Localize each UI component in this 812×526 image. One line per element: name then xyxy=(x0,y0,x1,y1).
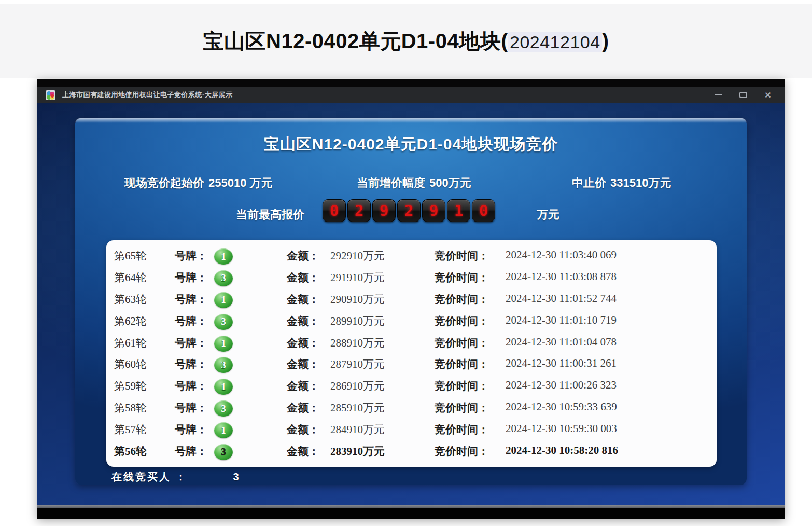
current-highest-bid-unit: 万元 xyxy=(537,207,559,223)
bidder-plate-badge: 3 xyxy=(214,444,233,460)
plate-label: 号牌： xyxy=(175,400,207,415)
time-label: 竞价时间： xyxy=(435,336,489,350)
time-value: 2024-12-30 11:01:52 744 xyxy=(506,292,617,305)
bidder-plate-badge: 3 xyxy=(214,357,233,373)
plate-label: 号牌： xyxy=(175,314,207,328)
page-header-band: 宝山区N12-0402单元D1-04地块(202412104) xyxy=(0,4,812,78)
digit-tile: 2 xyxy=(347,199,371,222)
increment-value: 500万元 xyxy=(429,176,471,189)
time-value: 2024-12-30 11:00:26 323 xyxy=(506,379,617,392)
bidder-plate-badge: 3 xyxy=(214,314,233,330)
bidder-plate-badge: 1 xyxy=(214,248,233,265)
close-button[interactable]: ✕ xyxy=(760,89,776,101)
page-title-suffix: ) xyxy=(602,30,609,52)
page-title-prefix: 宝山区N12-0402单元D1-04地块( xyxy=(203,30,508,52)
time-value: 2024-12-30 10:59:30 003 xyxy=(506,422,617,435)
time-label: 竞价时间： xyxy=(435,248,489,263)
amount-label: 金额： xyxy=(287,400,319,415)
time-label: 竞价时间： xyxy=(435,357,489,371)
auction-heading: 宝山区N12-0402单元D1-04地块现场竞价 xyxy=(75,134,747,155)
window-titlebar[interactable]: 上海市国有建设用地使用权出让电子竞价系统-大屏展示 ✕ xyxy=(37,87,785,103)
bid-round-row: 第63轮 号牌： 1 金额： 290910万元 竞价时间： 2024-12-30… xyxy=(106,292,717,308)
window-bottom-black-strip xyxy=(37,508,785,519)
minimize-button[interactable] xyxy=(710,89,726,101)
digit-tile: 0 xyxy=(472,199,495,222)
round-number: 第63轮 xyxy=(114,292,147,307)
bidder-plate-badge: 1 xyxy=(214,422,233,438)
stop-price-value: 331510万元 xyxy=(610,176,671,189)
bid-round-row: 第60轮 号牌： 3 金额： 287910万元 竞价时间： 2024-12-30… xyxy=(106,357,717,372)
round-number: 第58轮 xyxy=(114,400,147,415)
amount-value: 291910万元 xyxy=(330,270,385,285)
stop-price: 中止价331510万元 xyxy=(572,175,671,191)
plate-label: 号牌： xyxy=(175,248,207,263)
time-label: 竞价时间： xyxy=(435,292,489,307)
round-number: 第61轮 xyxy=(114,336,147,350)
amount-value: 290910万元 xyxy=(330,292,385,307)
start-price-value: 255010 万元 xyxy=(208,176,273,189)
plate-label: 号牌： xyxy=(175,379,207,393)
window-title: 上海市国有建设用地使用权出让电子竞价系统-大屏展示 xyxy=(62,90,233,100)
bidder-plate-badge: 1 xyxy=(214,292,233,308)
start-price-label: 现场竞价起始价 xyxy=(124,176,204,189)
amount-value: 292910万元 xyxy=(330,248,385,263)
bid-round-row: 第57轮 号牌： 1 金额： 284910万元 竞价时间： 2024-12-30… xyxy=(106,422,717,438)
round-number: 第64轮 xyxy=(114,270,147,285)
maximize-icon xyxy=(739,92,747,98)
bid-round-row: 第62轮 号牌： 3 金额： 289910万元 竞价时间： 2024-12-30… xyxy=(106,314,717,329)
stop-price-label: 中止价 xyxy=(572,176,606,189)
bidder-plate-badge: 1 xyxy=(214,379,233,395)
amount-label: 金额： xyxy=(287,248,319,263)
round-number: 第62轮 xyxy=(114,314,147,328)
window-top-strip xyxy=(37,79,785,87)
amount-value: 284910万元 xyxy=(330,422,385,437)
page: 宝山区N12-0402单元D1-04地块(202412104) 上海市国有建设用… xyxy=(0,0,812,526)
round-number: 第65轮 xyxy=(114,248,147,263)
bid-round-row: 第56轮 号牌： 3 金额： 283910万元 竞价时间： 2024-12-30… xyxy=(106,444,717,460)
digit-tile: 9 xyxy=(372,199,396,222)
bid-round-row: 第65轮 号牌： 1 金额： 292910万元 竞价时间： 2024-12-30… xyxy=(106,248,717,264)
amount-label: 金额： xyxy=(287,444,319,459)
plate-label: 号牌： xyxy=(175,444,207,459)
time-value: 2024-12-30 11:03:40 069 xyxy=(506,248,617,261)
increment: 当前增价幅度500万元 xyxy=(357,175,471,191)
current-highest-bid-display: 0 2 9 2 9 1 0 xyxy=(323,199,495,222)
amount-value: 285910万元 xyxy=(330,400,385,415)
amount-value: 287910万元 xyxy=(330,357,385,371)
amount-label: 金额： xyxy=(287,422,319,437)
close-icon: ✕ xyxy=(764,90,771,100)
time-label: 竞价时间： xyxy=(435,314,489,328)
bidder-plate-badge: 1 xyxy=(214,336,233,352)
time-label: 竞价时间： xyxy=(435,422,489,437)
digit-tile: 1 xyxy=(447,199,470,222)
bidder-plate-badge: 3 xyxy=(214,270,233,286)
time-value: 2024-12-30 11:00:31 261 xyxy=(506,357,617,370)
round-number: 第56轮 xyxy=(114,444,147,459)
amount-label: 金额： xyxy=(287,314,319,328)
plate-label: 号牌： xyxy=(175,270,207,285)
bidder-plate-badge: 3 xyxy=(214,400,233,417)
increment-label: 当前增价幅度 xyxy=(357,176,425,189)
maximize-button[interactable] xyxy=(735,89,751,101)
amount-label: 金额： xyxy=(287,292,319,307)
time-label: 竞价时间： xyxy=(435,379,489,393)
time-label: 竞价时间： xyxy=(435,270,489,285)
digit-tile: 9 xyxy=(422,199,445,222)
amount-value: 283910万元 xyxy=(330,444,385,459)
page-title-code: 202412104 xyxy=(508,32,602,52)
bid-round-row: 第59轮 号牌： 1 金额： 286910万元 竞价时间： 2024-12-30… xyxy=(106,379,717,394)
page-title: 宝山区N12-0402单元D1-04地块(202412104) xyxy=(203,27,609,56)
online-bidders-status: 在线竞买人 ：3 xyxy=(111,470,239,484)
time-value: 2024-12-30 11:01:10 719 xyxy=(506,314,617,327)
current-highest-bid-label: 当前最高报价 xyxy=(236,207,304,223)
amount-label: 金额： xyxy=(287,379,319,393)
bid-round-row: 第61轮 号牌： 1 金额： 288910万元 竞价时间： 2024-12-30… xyxy=(106,336,717,351)
amount-label: 金额： xyxy=(287,357,319,371)
plate-label: 号牌： xyxy=(175,292,207,307)
window-content: 宝山区N12-0402单元D1-04地块现场竞价 现场竞价起始价255010 万… xyxy=(37,103,785,505)
bid-round-row: 第58轮 号牌： 3 金额： 285910万元 竞价时间： 2024-12-30… xyxy=(106,400,717,416)
plate-label: 号牌： xyxy=(175,336,207,350)
amount-value: 288910万元 xyxy=(330,336,385,350)
bid-round-row: 第64轮 号牌： 3 金额： 291910万元 竞价时间： 2024-12-30… xyxy=(106,270,717,286)
online-bidders-value: 3 xyxy=(233,471,239,482)
